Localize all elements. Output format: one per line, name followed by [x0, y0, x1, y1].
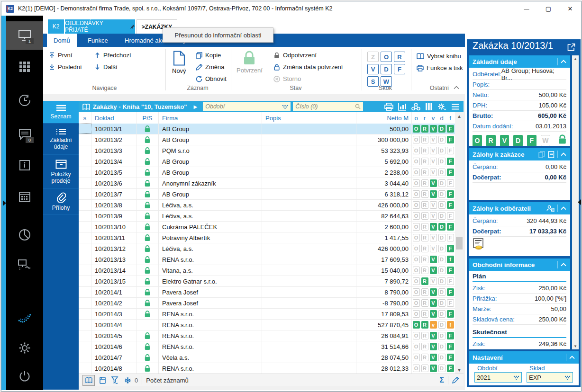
- table-row[interactable]: 10/2014/1Pavera Josef8 790,00ORVDF: [79, 287, 455, 298]
- invoice-coins-icon[interactable]: [473, 238, 485, 250]
- maximize-button[interactable]: ▢: [537, 1, 559, 16]
- expand-left-panel-handle[interactable]: [3, 200, 6, 206]
- settings-gear-icon[interactable]: [18, 341, 32, 355]
- info-icon[interactable]: [18, 158, 32, 172]
- col-header-v[interactable]: v: [429, 112, 437, 124]
- col-header-ps[interactable]: P/S: [136, 112, 159, 124]
- scroll-up-icon[interactable]: ▲: [455, 112, 464, 120]
- scroll-down-icon[interactable]: ▼: [572, 343, 579, 349]
- row-selector-cell[interactable]: [79, 200, 91, 210]
- table-row[interactable]: 10/2013/7AB Group6 318,12ORVDF: [79, 189, 455, 200]
- row-selector-cell[interactable]: [79, 243, 91, 254]
- row-selector-cell[interactable]: [79, 124, 91, 134]
- record-count-label[interactable]: Počet záznamů: [146, 377, 189, 384]
- skok-v-button[interactable]: V: [367, 64, 379, 74]
- row-selector-cell[interactable]: [79, 287, 91, 297]
- table-row[interactable]: 10/2013/1AB Group500,00ORVDF: [79, 124, 455, 134]
- section-header[interactable]: Obchodní informace: [469, 258, 570, 271]
- row-selector-cell[interactable]: [79, 330, 91, 341]
- document-list-icon[interactable]: [548, 151, 555, 158]
- row-selector-cell[interactable]: [79, 178, 91, 188]
- table-row[interactable]: 10/2013/11Potraviny Albertík1 417,55ORVD…: [79, 232, 455, 243]
- filter-icon[interactable]: [111, 376, 118, 384]
- table-row[interactable]: 10/2013/14Vitana, a.s.15 040,00ORVDF: [79, 265, 455, 276]
- collapse-icon[interactable]: [561, 263, 566, 267]
- table-row[interactable]: 10/2013/5AB Group2 238,00ORVDF: [79, 167, 455, 178]
- chart-icon[interactable]: [398, 103, 407, 111]
- table-row[interactable]: 10/2014/3RENA s.r.o.17 809,53ORVDF: [79, 309, 455, 320]
- detail-status-o[interactable]: O: [473, 135, 482, 146]
- last-button[interactable]: Poslední: [49, 63, 82, 71]
- table-scrollbar[interactable]: ▲ ▼: [455, 112, 464, 374]
- history-clock-icon[interactable]: [18, 93, 32, 107]
- card-view-icon[interactable]: [100, 377, 106, 384]
- power-icon[interactable]: [18, 369, 32, 383]
- messages-icon[interactable]: 0: [18, 127, 32, 142]
- functions-print-button[interactable]: Funkce a tisk: [417, 64, 463, 71]
- table-menu-icon[interactable]: [451, 104, 460, 110]
- first-button[interactable]: První: [49, 52, 72, 59]
- detail-status-r[interactable]: R: [486, 135, 496, 146]
- col-header-o[interactable]: o: [412, 112, 420, 124]
- ribbon-tab-domu[interactable]: Domů: [47, 34, 77, 47]
- collapse-icon[interactable]: [569, 356, 575, 359]
- col-header-firma[interactable]: Firma: [159, 112, 262, 124]
- col-header-doklad[interactable]: Doklad: [91, 112, 136, 124]
- columns-icon[interactable]: [425, 103, 433, 111]
- minimize-button[interactable]: —: [516, 1, 537, 16]
- view-nav-prilohy[interactable]: Přílohy: [43, 189, 79, 215]
- table-row[interactable]: 10/2013/15Elektro Gatnar s.r.o.7 890,72O…: [79, 276, 455, 287]
- edit-pencil-icon[interactable]: [452, 377, 459, 383]
- view-nav-polozky-prodeje[interactable]: Položky prodeje: [43, 155, 79, 189]
- view-nav-zakladni-udaje[interactable]: Základní údaje: [43, 124, 79, 155]
- table-row[interactable]: 10/2013/9Léčiva, a.s.82 644,63ORVDF: [79, 211, 455, 222]
- change-confirm-date-button[interactable]: Změna data potvrzení: [273, 63, 343, 71]
- row-selector-cell[interactable]: [79, 189, 91, 199]
- col-header-r[interactable]: r: [420, 112, 429, 124]
- close-button[interactable]: ✕: [559, 1, 581, 16]
- snowflake-icon[interactable]: [124, 377, 131, 384]
- detail-status-v[interactable]: V: [500, 135, 509, 146]
- customer-advances-icon[interactable]: [546, 205, 555, 212]
- table-row[interactable]: 10/2014/5RENA s.r.o.26 084,91ORVDF: [79, 330, 455, 341]
- row-selector-cell[interactable]: [79, 276, 91, 286]
- table-row[interactable]: 10/2013/13RENA s.r.o.17 609,53ORVDf: [79, 254, 455, 265]
- table-row[interactable]: 10/2013/2AB Group300 000,00ORVDF: [79, 134, 455, 145]
- view-nav-seznam[interactable]: Seznam: [43, 101, 79, 124]
- table-row[interactable]: 10/2013/4AB Group5 692,00ORVDF: [79, 156, 455, 167]
- section-header[interactable]: Nastavení: [469, 351, 579, 364]
- table-row[interactable]: 10/2013/3PQM s.r.o53 323,93ORVDF: [79, 145, 455, 156]
- row-selector-cell[interactable]: [79, 298, 91, 308]
- row-selector-cell[interactable]: [79, 156, 91, 167]
- table-row[interactable]: 10/2014/8RENA s.r.o.28 012,33ORVDF: [79, 363, 455, 374]
- skok-r-button[interactable]: R: [394, 52, 405, 62]
- section-header[interactable]: Zálohy k zakázce: [469, 148, 570, 160]
- table-row[interactable]: 10/2014/7Včela a.s.28 074,50ORVDF: [79, 352, 455, 363]
- new-button[interactable]: Nový: [172, 51, 186, 74]
- print-icon[interactable]: [384, 103, 393, 111]
- desktop-icon[interactable]: 1: [18, 28, 32, 43]
- row-selector-cell[interactable]: [79, 341, 91, 352]
- table-row[interactable]: 10/2013/12Léčiva, a.s.426 000,00ORVDF: [79, 243, 455, 254]
- expand-book-menu-icon[interactable]: ▶: [194, 104, 198, 109]
- table-row[interactable]: 10/2013/10Cukrárna PALEČEK2 600,00ORVDF: [79, 222, 455, 232]
- number-filter-input[interactable]: Číslo (0): [293, 102, 363, 111]
- row-selector-cell[interactable]: [79, 211, 91, 221]
- row-selector-cell[interactable]: [79, 352, 91, 363]
- period-filter-input[interactable]: Období: [203, 102, 291, 111]
- copy-document-icon[interactable]: [538, 151, 545, 158]
- skok-o-button[interactable]: O: [381, 52, 392, 62]
- col-header-d[interactable]: d: [437, 112, 446, 124]
- change-button[interactable]: Změna: [196, 63, 224, 71]
- collapse-right-panel-handle[interactable]: [578, 199, 581, 205]
- cancel-storno-button[interactable]: Storno: [273, 75, 301, 82]
- scrollbar-thumb[interactable]: [456, 237, 463, 249]
- skok-d-button[interactable]: D: [381, 64, 392, 74]
- table-row[interactable]: 10/2014/4RENA s.r.o.527 870,45ORvDf: [79, 320, 455, 330]
- row-selector-cell[interactable]: [79, 265, 91, 276]
- table-settings-gear-icon[interactable]: [437, 103, 446, 111]
- unconfirm-button[interactable]: Odpotvrzení: [273, 52, 317, 59]
- collapse-icon[interactable]: [561, 60, 566, 63]
- refresh-button[interactable]: Obnovit: [196, 75, 227, 82]
- row-selector-cell[interactable]: [79, 320, 91, 330]
